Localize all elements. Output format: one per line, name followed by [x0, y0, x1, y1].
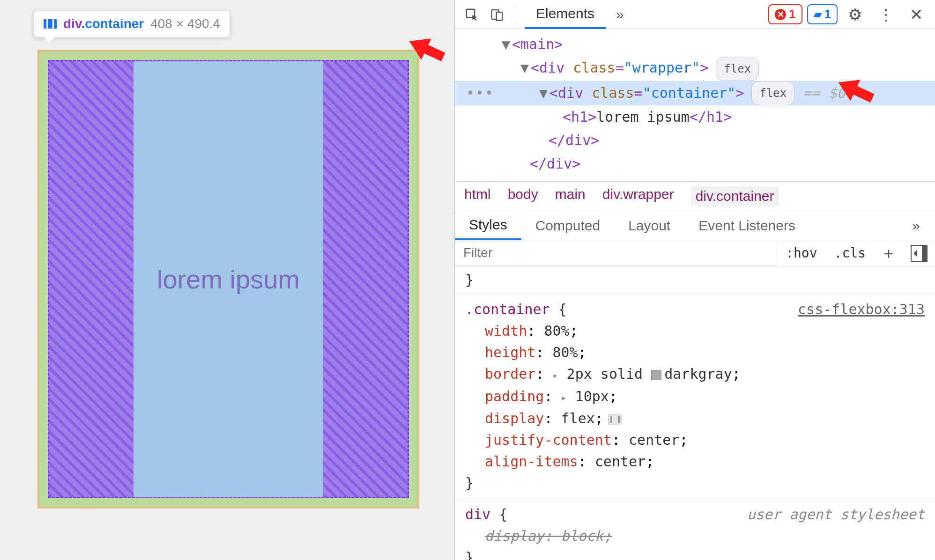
inspect-tooltip: div.container 408 × 490.4: [34, 10, 230, 37]
tab-event-listeners[interactable]: Event Listeners: [684, 211, 809, 240]
new-style-rule-button[interactable]: ＋: [874, 243, 903, 264]
hov-toggle[interactable]: :hov: [777, 245, 825, 261]
breadcrumb-item[interactable]: div.wrapper: [602, 186, 674, 206]
flex-badge[interactable]: flex: [716, 57, 759, 81]
breadcrumb[interactable]: html body main div.wrapper div.container: [455, 181, 935, 211]
tooltip-class: .container: [81, 16, 144, 31]
css-rule[interactable]: user agent stylesheet div { display: blo…: [455, 499, 935, 560]
inspect-element-button[interactable]: [461, 4, 482, 25]
breadcrumb-item[interactable]: html: [464, 186, 491, 206]
breadcrumb-item[interactable]: main: [555, 186, 586, 206]
devtools-toolbar: Elements » ✕1 ▰1 ⚙ ⋮ ✕: [455, 0, 935, 29]
rule-source-link[interactable]: css-flexbox:313: [798, 299, 925, 320]
settings-button[interactable]: ⚙: [842, 5, 868, 24]
annotation-arrow-icon: [837, 74, 874, 107]
more-tabs-button[interactable]: »: [610, 7, 630, 22]
more-subtabs-button[interactable]: »: [906, 218, 926, 234]
styles-pane[interactable]: } css-flexbox:313 .container { width: 80…: [455, 266, 935, 560]
svg-rect-3: [497, 12, 503, 21]
svg-marker-0: [408, 33, 445, 66]
styles-subtabs: Styles Computed Layout Event Listeners »: [455, 211, 935, 240]
cls-toggle[interactable]: .cls: [826, 245, 874, 261]
inspected-element-highlight: lorem ipsum: [37, 50, 419, 508]
tab-layout[interactable]: Layout: [614, 211, 684, 240]
more-menu-button[interactable]: ⋮: [872, 5, 899, 24]
ellipsis-icon[interactable]: •••: [466, 81, 494, 105]
error-count-badge[interactable]: ✕1: [768, 4, 802, 24]
flexbox-editor-icon[interactable]: [608, 414, 622, 425]
css-rule[interactable]: css-flexbox:313 .container { width: 80%;…: [455, 294, 935, 499]
dom-tree[interactable]: ▼<main> ▼<div class="wrapper">flex ••• ▼…: [455, 29, 935, 181]
device-toolbar-button[interactable]: [487, 4, 507, 25]
tab-styles[interactable]: Styles: [455, 211, 521, 240]
breadcrumb-item[interactable]: body: [508, 186, 538, 206]
svg-marker-4: [837, 74, 874, 107]
issue-count-badge[interactable]: ▰1: [807, 4, 838, 24]
styles-filter-input[interactable]: [455, 240, 777, 266]
color-swatch[interactable]: [651, 370, 661, 380]
toggle-sidebar-button[interactable]: [911, 245, 928, 262]
breadcrumb-item-active[interactable]: div.container: [691, 186, 779, 206]
flex-badge[interactable]: flex: [751, 81, 794, 105]
page-heading: lorem ipsum: [157, 264, 300, 295]
rule-source-label: user agent stylesheet: [747, 504, 925, 525]
tab-elements[interactable]: Elements: [525, 0, 606, 29]
tab-computed[interactable]: Computed: [521, 211, 614, 240]
tooltip-tag: div: [63, 16, 81, 31]
tooltip-dimensions: 408 × 490.4: [150, 16, 220, 31]
close-devtools-button[interactable]: ✕: [904, 5, 928, 24]
flex-icon: [44, 19, 57, 29]
styles-filter-bar: :hov .cls ＋: [455, 240, 935, 266]
annotation-arrow-icon: [408, 33, 445, 66]
page-viewport: div.container 408 × 490.4 lorem ipsum: [0, 0, 454, 560]
devtools-panel: Elements » ✕1 ▰1 ⚙ ⋮ ✕ ▼<main> ▼<div cla…: [454, 0, 935, 560]
